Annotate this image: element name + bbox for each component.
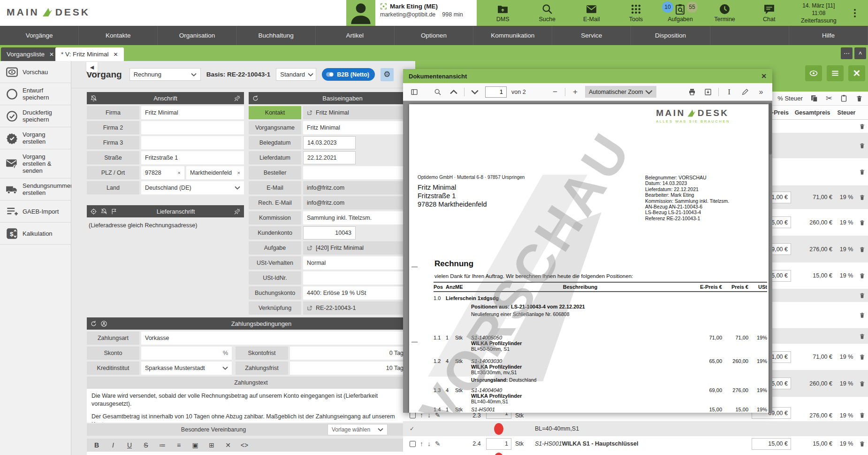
paste-button[interactable] xyxy=(840,94,848,102)
vorgang-typ-select[interactable]: Rechnung xyxy=(129,68,201,81)
menu-item-aufgaben[interactable]: 10 55 Aufgaben xyxy=(660,3,700,23)
move-down-icon[interactable]: ↓ xyxy=(427,440,431,447)
sidebar-toggle-button[interactable] xyxy=(409,86,420,98)
sidebar-item-sendungsnummer[interactable]: Sendungsnummer erstellen xyxy=(0,178,71,201)
zoom-level-select[interactable]: Automatischer Zoom xyxy=(585,86,656,98)
row-delete-button[interactable] xyxy=(856,272,868,279)
viewer-scrollbar[interactable] xyxy=(769,103,772,154)
vorlage-waehlen-select[interactable]: Vorlage wählen xyxy=(327,424,388,435)
strikethrough-button[interactable]: S xyxy=(142,441,150,449)
menu-item-zeiterfassung[interactable]: 14. März [11] 11:08 Zeiterfassung xyxy=(793,2,844,24)
zahlungstext-editor[interactable]: Die Ware wird versendet, sobald der voll… xyxy=(87,389,415,423)
menu-item-dms[interactable]: DMS xyxy=(483,3,523,23)
nav-item-kontakte[interactable]: Kontakte xyxy=(79,26,158,45)
nav-item-service[interactable]: Service xyxy=(552,26,631,45)
row-delete-button[interactable] xyxy=(856,440,868,447)
header-overflow-menu[interactable] xyxy=(848,9,862,17)
user-info-chip[interactable]: Mark Eting (ME) marketing@optibit.de 998… xyxy=(375,0,477,26)
print-button[interactable] xyxy=(686,86,698,98)
sidebar-item-druckfertig-speichern[interactable]: Druckfertig speichern xyxy=(0,105,71,127)
steuer-button[interactable]: % Steuer xyxy=(777,95,802,102)
settings-button[interactable]: ⚙ xyxy=(381,68,394,81)
ort-input[interactable]: Marktheidenfeld× xyxy=(186,166,244,179)
delete-button[interactable] xyxy=(855,94,863,102)
page-number-input[interactable] xyxy=(485,86,507,98)
clear-icon[interactable]: × xyxy=(178,170,181,176)
skontofrist-input[interactable]: 0 Tage xyxy=(290,347,415,360)
external-link-icon[interactable] xyxy=(307,110,312,116)
edit-pencil-icon[interactable]: ✎ xyxy=(435,440,441,447)
person-circle-icon[interactable] xyxy=(100,320,107,327)
row-delete-button[interactable] xyxy=(856,193,868,201)
pdf-viewer[interactable]: MAIN DESK ALLES WAS SIE BRAUCHEN Optidem… xyxy=(403,101,772,413)
underline-button[interactable]: U xyxy=(125,441,134,449)
firma-input[interactable]: Fritz Minimal xyxy=(141,106,244,119)
row-delete-button[interactable] xyxy=(856,380,868,387)
unpin-icon[interactable] xyxy=(234,208,241,215)
nav-item-optionen[interactable]: Optionen xyxy=(395,26,473,45)
cut-button[interactable]: ✂ xyxy=(826,93,832,103)
close-icon[interactable]: ✕ xyxy=(49,51,54,58)
external-link-icon[interactable] xyxy=(307,245,312,251)
row-delete-button[interactable] xyxy=(856,353,868,361)
dialog-close-button[interactable]: ✕ xyxy=(761,72,767,80)
row-checkbox[interactable] xyxy=(410,441,416,447)
belegdatum-input[interactable]: 14.03.2023 xyxy=(303,136,356,149)
row-delete-button[interactable] xyxy=(856,123,868,130)
vereinbarung-editor[interactable] xyxy=(87,452,415,455)
move-up-icon[interactable]: ↑ xyxy=(420,440,423,447)
kreditinstitut-select[interactable]: Sparkasse Musterstadt xyxy=(141,362,232,375)
previous-page-button[interactable] xyxy=(448,86,459,98)
sidebar-item-gaeb-import[interactable]: GAEB-Import xyxy=(0,201,71,223)
clear-icon[interactable]: × xyxy=(237,170,240,176)
nav-item-artikel[interactable]: Artikel xyxy=(316,26,395,45)
eprice-input[interactable]: 15,00 € xyxy=(752,438,791,450)
more-tools-button[interactable]: » xyxy=(755,86,767,98)
row-delete-button[interactable] xyxy=(856,219,868,226)
row-delete-button[interactable] xyxy=(856,168,868,176)
row-delete-button[interactable] xyxy=(856,246,868,253)
insert-table-button[interactable]: ⊞ xyxy=(207,441,216,449)
dialog-titlebar[interactable]: Dokumentenansicht ✕ xyxy=(403,69,772,83)
clear-format-button[interactable]: ✕ xyxy=(224,441,232,449)
zoom-out-button[interactable]: − xyxy=(550,87,560,97)
firma3-input[interactable] xyxy=(141,136,244,149)
zahlungsfrist-input[interactable]: 10 Tage xyxy=(290,362,415,375)
menu-item-tools[interactable]: Tools xyxy=(616,3,656,23)
copy-button[interactable] xyxy=(810,94,818,102)
firma2-input[interactable] xyxy=(141,121,244,134)
nav-item-buchhaltung[interactable]: Buchhaltung xyxy=(237,26,316,45)
menu-item-suche[interactable]: Suche xyxy=(527,3,567,23)
italic-button[interactable]: I xyxy=(109,441,117,449)
tab-scroll-button[interactable]: ˄ xyxy=(854,47,866,59)
bold-button[interactable]: B xyxy=(92,441,101,449)
download-button[interactable] xyxy=(702,86,714,98)
kundenkonto-input[interactable]: 10043 xyxy=(303,226,356,239)
nav-item-hilfe[interactable]: Hilfe xyxy=(789,26,868,45)
strasse-input[interactable]: Fritzstraße 1 xyxy=(141,151,244,164)
close-view-button[interactable]: ✕ xyxy=(848,65,865,81)
menu-item-chat[interactable]: Chat xyxy=(749,3,789,23)
external-link-icon[interactable] xyxy=(307,305,312,311)
vorlage-select[interactable]: Standard xyxy=(276,68,316,81)
tab-fritz-minimal[interactable]: * V: Fritz Minimal ✕ xyxy=(55,47,124,61)
refresh-icon[interactable] xyxy=(90,320,97,327)
row-delete-button[interactable] xyxy=(856,292,868,299)
text-select-tool-button[interactable]: I xyxy=(723,86,735,98)
sidebar-item-vorschau[interactable]: Vorschau xyxy=(0,61,71,83)
b2b-netto-toggle[interactable]: B2B (Netto) xyxy=(322,68,375,81)
menu-button[interactable] xyxy=(827,65,844,81)
collapse-panel-button[interactable]: ◀ xyxy=(86,62,98,72)
nav-item-vorgaenge[interactable]: Vorgänge xyxy=(0,26,79,45)
sidebar-item-entwurf-speichern[interactable]: Entwurf speichern xyxy=(0,83,71,105)
check-icon[interactable]: ✓ xyxy=(410,425,414,432)
pdf-search-button[interactable] xyxy=(432,86,443,98)
sidebar-item-kalkulation[interactable]: $ Kalkulation xyxy=(0,223,71,245)
user-avatar[interactable] xyxy=(346,0,375,26)
bullet-list-button[interactable]: ≔ xyxy=(158,441,167,449)
insert-image-button[interactable]: ▣ xyxy=(191,441,199,449)
nav-item-kommunikation[interactable]: Kommunikation xyxy=(473,26,552,45)
plz-input[interactable]: 97828× xyxy=(141,166,184,179)
nav-item-disposition[interactable]: Disposition xyxy=(631,26,710,45)
menu-item-termine[interactable]: Termine xyxy=(705,3,745,23)
